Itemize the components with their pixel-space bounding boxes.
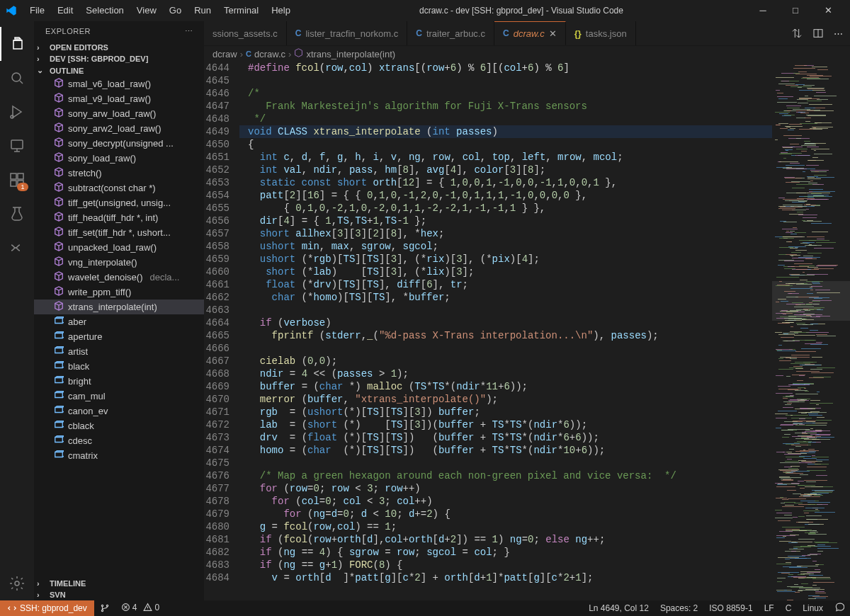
problems-indicator[interactable]: 4 0	[115, 603, 165, 615]
cursor-position[interactable]: Ln 4649, Col 12	[583, 603, 654, 613]
activity-testing[interactable]	[0, 197, 34, 231]
scm-branch[interactable]	[94, 603, 115, 613]
outline-item[interactable]: sony_arw2_load_raw()	[34, 121, 204, 136]
outline-item[interactable]: xtrans_interpolate(int)	[34, 300, 204, 314]
activity-bar: 1	[0, 21, 34, 600]
activity-explorer[interactable]	[0, 27, 34, 61]
code-editor[interactable]: #define fcol(row,col) xtrans[(row+6) % 6…	[239, 62, 772, 600]
outline-item[interactable]: tiff_head(tiff_hdr *, int)	[34, 210, 204, 225]
menu-selection[interactable]: Selection	[80, 2, 129, 18]
os-indicator[interactable]: Linux	[797, 603, 829, 613]
svg-rect-5	[11, 181, 16, 186]
activity-search[interactable]	[0, 61, 34, 95]
encoding[interactable]: ISO 8859-1	[703, 603, 758, 613]
outline-item[interactable]: tiff_get(unsigned, unsig...	[34, 195, 204, 210]
extensions-badge: 1	[17, 183, 28, 191]
menu-run[interactable]: Run	[188, 2, 217, 18]
breadcrumb-file[interactable]: dcraw.c	[254, 49, 285, 59]
editor-tab[interactable]: Ctraiter_arbuc.c	[407, 21, 494, 45]
editor-tab[interactable]: Clister_tracfin_norkom.c	[287, 21, 407, 45]
menu-view[interactable]: View	[131, 2, 162, 18]
outline-item[interactable]: stretch()	[34, 166, 204, 181]
section-dev[interactable]: ›DEV [SSH: GBPROD_DEV]	[34, 53, 204, 64]
split-editor-icon[interactable]	[812, 28, 824, 39]
svg-rect-3	[11, 173, 16, 179]
remote-indicator[interactable]: SSH: gbprod_dev	[0, 600, 94, 616]
feedback-icon[interactable]	[829, 603, 850, 615]
activity-remote[interactable]	[0, 129, 34, 163]
activity-extensions[interactable]: 1	[0, 163, 34, 197]
outline-item[interactable]: smal_v6_load_raw()	[34, 76, 204, 91]
function-icon	[294, 48, 303, 59]
statusbar: SSH: gbprod_dev 4 0 Ln 4649, Col 12 Spac…	[0, 600, 850, 616]
titlebar: File Edit Selection View Go Run Terminal…	[0, 0, 850, 21]
outline-item[interactable]: unpacked_load_raw()	[34, 240, 204, 255]
svg-rect-2	[11, 140, 23, 149]
svg-point-0	[12, 73, 21, 81]
svg-point-9	[101, 605, 103, 606]
outline-item[interactable]: bright	[34, 374, 204, 389]
more-actions-icon[interactable]: ⋯	[834, 28, 843, 39]
menu-file[interactable]: File	[24, 2, 50, 18]
explorer-sidebar: EXPLORER⋯ ›OPEN EDITORS ›DEV [SSH: GBPRO…	[34, 21, 204, 600]
section-timeline[interactable]: ›TIMELINE	[34, 578, 204, 589]
language-mode[interactable]: C	[780, 603, 798, 613]
outline-item[interactable]: aber	[34, 314, 204, 329]
close-tab-icon[interactable]: ✕	[549, 28, 557, 39]
outline-item[interactable]: canon_ev	[34, 404, 204, 418]
outline-item[interactable]: aperture	[34, 329, 204, 344]
editor-area: ssions_assets.cClister_tracfin_norkom.cC…	[204, 21, 850, 600]
eol[interactable]: LF	[759, 603, 780, 613]
outline-item[interactable]: sony_arw_load_raw()	[34, 106, 204, 121]
indentation[interactable]: Spaces: 2	[654, 603, 703, 613]
section-open-editors[interactable]: ›OPEN EDITORS	[34, 42, 204, 53]
editor-tabs: ssions_assets.cClister_tracfin_norkom.cC…	[204, 21, 850, 46]
editor-actions: ⋯	[784, 21, 850, 45]
outline-item[interactable]: subtract(const char *)	[34, 181, 204, 195]
c-file-icon: C	[416, 28, 422, 38]
outline-item[interactable]: wavelet_denoise()decla...	[34, 270, 204, 285]
activity-run[interactable]	[0, 95, 34, 129]
section-svn[interactable]: ›SVN	[34, 589, 204, 600]
close-button[interactable]: ✕	[812, 0, 844, 21]
breadcrumb-folder[interactable]: dcraw	[212, 49, 237, 59]
breadcrumb-symbol[interactable]: xtrans_interpolate(int)	[306, 49, 395, 59]
outline-item[interactable]: tiff_set(tiff_hdr *, ushort...	[34, 225, 204, 240]
editor-tab[interactable]: {}tasks.json	[566, 21, 636, 45]
c-file-icon: C	[246, 50, 251, 58]
minimap[interactable]	[772, 62, 850, 600]
more-icon[interactable]: ⋯	[185, 27, 193, 36]
menu-edit[interactable]: Edit	[52, 2, 79, 18]
svg-point-11	[106, 605, 108, 606]
outline-item[interactable]: cdesc	[34, 433, 204, 448]
window-title: dcraw.c - dev [SSH: gbprod_dev] - Visual…	[296, 6, 747, 16]
outline-item[interactable]: cblack	[34, 418, 204, 433]
vscode-logo-icon	[6, 5, 17, 16]
outline-item[interactable]: black	[34, 359, 204, 374]
outline-item[interactable]: artist	[34, 344, 204, 359]
outline-item[interactable]: smal_v9_load_raw()	[34, 91, 204, 106]
outline-item[interactable]: cam_mul	[34, 389, 204, 404]
outline-item[interactable]: cmatrix	[34, 448, 204, 463]
activity-settings[interactable]	[0, 566, 34, 600]
outline-item[interactable]: vng_interpolate()	[34, 255, 204, 270]
editor-tab[interactable]: ssions_assets.c	[204, 21, 287, 45]
tab-label: lister_tracfin_norkom.c	[305, 28, 398, 39]
menu-terminal[interactable]: Terminal	[218, 2, 264, 18]
section-outline[interactable]: ⌄OUTLINE	[34, 64, 204, 76]
maximize-button[interactable]: □	[779, 0, 812, 21]
compare-icon[interactable]	[791, 28, 803, 39]
json-file-icon: {}	[574, 28, 582, 39]
activity-custom[interactable]	[0, 231, 34, 265]
svg-point-1	[11, 115, 13, 118]
tab-label: tasks.json	[586, 28, 627, 39]
menu-help[interactable]: Help	[266, 2, 296, 18]
outline-item[interactable]: write_ppm_tiff()	[34, 285, 204, 300]
outline-item[interactable]: sony_decrypt(unsigned ...	[34, 136, 204, 151]
c-file-icon: C	[295, 28, 302, 38]
menu-go[interactable]: Go	[164, 2, 187, 18]
editor-tab[interactable]: Cdcraw.c✕	[494, 21, 566, 45]
outline-item[interactable]: sony_load_raw()	[34, 151, 204, 166]
breadcrumb[interactable]: dcraw › C dcraw.c › xtrans_interpolate(i…	[204, 46, 850, 62]
minimize-button[interactable]: ─	[747, 0, 779, 21]
